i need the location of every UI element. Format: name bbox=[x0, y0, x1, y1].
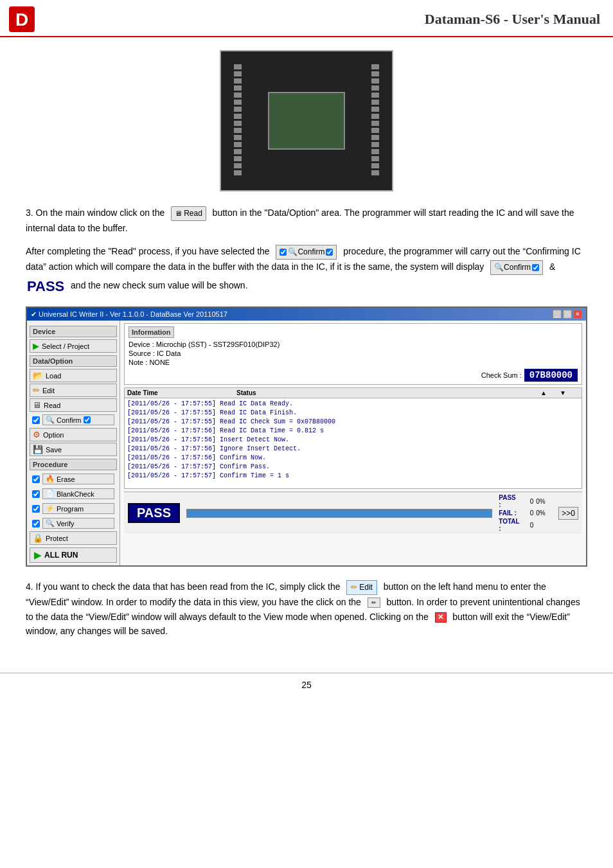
read-icon: 🖥 bbox=[33, 400, 41, 410]
fail-stat-value: 0 bbox=[520, 509, 533, 517]
confirm-icon: 🔍 bbox=[46, 416, 55, 424]
page-content: 3. On the main window click on the 🖥 Rea… bbox=[0, 37, 613, 666]
log-entry: [2011/05/26 - 17:57:55] Read IC Check Su… bbox=[127, 418, 579, 427]
pass-stat-row: PASS : 0 0% bbox=[499, 494, 552, 508]
step3-para1: 3. On the main window click on the 🖥 Rea… bbox=[26, 206, 587, 235]
chip-body bbox=[268, 92, 345, 150]
bottom-status-bar: PASS PASS : 0 0% FAIL : 0 0% bbox=[124, 492, 582, 534]
pass-display: PASS bbox=[128, 503, 180, 523]
fail-stat-row: FAIL : 0 0% bbox=[499, 509, 552, 517]
log-col2: Status bbox=[236, 389, 540, 396]
load-button[interactable]: 📂 Load bbox=[30, 369, 117, 382]
device-info-line: Device : Microchip (SST) - SST29SF010(DI… bbox=[129, 341, 578, 348]
blankcheck-row: 📄 BlankCheck bbox=[30, 487, 117, 500]
edit-inline-icon: ✏ bbox=[351, 581, 357, 594]
pass-stat-pct: 0% bbox=[536, 498, 552, 505]
log-entry: [2011/05/26 - 17:57:56] Confirm Now. bbox=[127, 454, 579, 463]
erase-row: 🔥 Erase bbox=[30, 472, 117, 486]
app-titlebar: ✔ Universal IC Writer II - Ver 1.1.0.0 -… bbox=[27, 308, 586, 321]
verify-row: 🔍 Verify bbox=[30, 517, 117, 530]
data-option-section-label: Data/Option bbox=[30, 355, 117, 367]
all-run-button[interactable]: ▶ ALL RUN bbox=[30, 547, 117, 563]
arrow-button[interactable]: >>0 bbox=[558, 507, 578, 520]
log-header: Date Time Status ▲ ▼ bbox=[125, 388, 582, 398]
blankcheck-checkbox[interactable] bbox=[32, 490, 40, 498]
verify-checkbox[interactable] bbox=[32, 520, 40, 527]
close-button[interactable]: ✕ bbox=[573, 310, 582, 319]
check-sum-value: 07B80000 bbox=[524, 369, 578, 382]
erase-checkbox[interactable] bbox=[32, 475, 40, 483]
all-run-icon: ▶ bbox=[34, 550, 41, 560]
select-project-button[interactable]: ▶ Select / Project bbox=[30, 339, 117, 353]
protect-icon: 🔒 bbox=[33, 533, 43, 543]
option-button[interactable]: ⚙ Option bbox=[30, 428, 117, 441]
stats-area: PASS : 0 0% FAIL : 0 0% TOTAL : 0 bbox=[499, 494, 552, 532]
erase-button[interactable]: 🔥 Erase bbox=[42, 474, 114, 484]
program-icon: ⚡ bbox=[46, 504, 55, 513]
svg-text:D: D bbox=[15, 10, 28, 30]
confirm-checkbox2[interactable] bbox=[326, 249, 333, 256]
log-entry: [2011/05/26 - 17:57:55] Read IC Data Rea… bbox=[127, 400, 579, 409]
read-button[interactable]: 🖥 Read bbox=[30, 398, 117, 412]
program-button[interactable]: ⚡ Program bbox=[42, 503, 114, 514]
confirm-sidebar-button[interactable]: 🔍 Confirm bbox=[42, 414, 114, 425]
read-button-inline[interactable]: 🖥 Read bbox=[171, 206, 206, 221]
confirm-checkbox[interactable] bbox=[280, 249, 287, 256]
confirm-row: 🔍 Confirm bbox=[30, 413, 117, 427]
log-entry: [2011/05/26 - 17:57:56] Ignore Insert De… bbox=[127, 445, 579, 454]
progress-bar-fill bbox=[187, 509, 492, 517]
project-icon: ▶ bbox=[33, 341, 39, 351]
total-stat-value: 0 bbox=[520, 522, 533, 529]
blankcheck-button[interactable]: 📄 BlankCheck bbox=[42, 488, 114, 499]
left-sidebar: Device ▶ Select / Project Data/Option 📂 … bbox=[27, 321, 120, 565]
load-icon: 📂 bbox=[33, 371, 43, 380]
minimize-button[interactable]: _ bbox=[553, 310, 562, 319]
step3-para2: After completing the "Read" process, if … bbox=[26, 244, 587, 297]
check-sum-label: Check Sum : bbox=[481, 371, 522, 379]
log-entry: [2011/05/26 - 17:57:56] Insert Detect No… bbox=[127, 436, 579, 445]
verify-button[interactable]: 🔍 Verify bbox=[42, 518, 114, 529]
page-number: 25 bbox=[301, 680, 312, 690]
pass-stat-label: PASS : bbox=[499, 494, 518, 508]
app-body: Device ▶ Select / Project Data/Option 📂 … bbox=[27, 321, 586, 565]
erase-icon: 🔥 bbox=[46, 475, 55, 483]
program-checkbox[interactable] bbox=[32, 505, 40, 513]
log-scroll-down[interactable]: ▼ bbox=[560, 389, 579, 396]
dataman-logo: D bbox=[8, 5, 36, 33]
total-stat-label: TOTAL : bbox=[499, 518, 518, 532]
info-section: Information Device : Microchip (SST) - S… bbox=[124, 323, 582, 385]
page-header: D Dataman-S6 - User's Manual bbox=[0, 0, 613, 37]
chip-pins-left bbox=[234, 64, 242, 180]
confirm-end-checkbox[interactable] bbox=[84, 416, 91, 423]
device-image bbox=[220, 50, 393, 191]
check-sum-row: Check Sum : 07B80000 bbox=[129, 369, 578, 382]
edit-inline-button[interactable]: ✏ Edit bbox=[346, 580, 377, 595]
confirm-badge-inline: 🔍 Confirm bbox=[490, 260, 543, 275]
log-entry: [2011/05/26 - 17:57:56] Read IC Data Tim… bbox=[127, 427, 579, 436]
x-close-button[interactable]: ✕ bbox=[435, 612, 447, 623]
confirm-check-inline: 🔍 Confirm bbox=[276, 245, 337, 260]
log-scroll-up[interactable]: ▲ bbox=[540, 389, 560, 396]
pass-large-text: PASS bbox=[27, 278, 64, 294]
device-screenshot bbox=[26, 50, 587, 191]
app-title: ✔ Universal IC Writer II - Ver 1.1.0.0 -… bbox=[31, 310, 227, 319]
save-icon: 💾 bbox=[33, 445, 43, 454]
step4-para: 4. If you want to check the data that ha… bbox=[26, 580, 587, 638]
protect-button[interactable]: 🔒 Protect bbox=[30, 531, 117, 545]
small-edit-button[interactable]: ✏ bbox=[368, 598, 380, 608]
log-entry: [2011/05/26 - 17:57:57] Confirm Time = 1… bbox=[127, 472, 579, 481]
procedure-section-label: Procedure bbox=[30, 459, 117, 470]
edit-button[interactable]: ✏ Edit bbox=[30, 384, 117, 397]
confirm-sidebar-checkbox[interactable] bbox=[32, 416, 40, 424]
info-section-label: Information bbox=[129, 326, 174, 338]
app-window: ✔ Universal IC Writer II - Ver 1.1.0.0 -… bbox=[26, 306, 587, 567]
confirm-badge-checkbox[interactable] bbox=[532, 264, 539, 271]
maximize-button[interactable]: □ bbox=[563, 310, 572, 319]
log-entry: [2011/05/26 - 17:57:55] Read IC Data Fin… bbox=[127, 409, 579, 418]
save-button[interactable]: 💾 Save bbox=[30, 443, 117, 456]
log-area: Date Time Status ▲ ▼ [2011/05/26 - 17:57… bbox=[124, 387, 582, 489]
fail-stat-label: FAIL : bbox=[499, 509, 518, 517]
source-info-line: Source : IC Data bbox=[129, 350, 578, 357]
fail-stat-pct: 0% bbox=[536, 509, 552, 517]
log-col1: Date Time bbox=[127, 389, 236, 396]
